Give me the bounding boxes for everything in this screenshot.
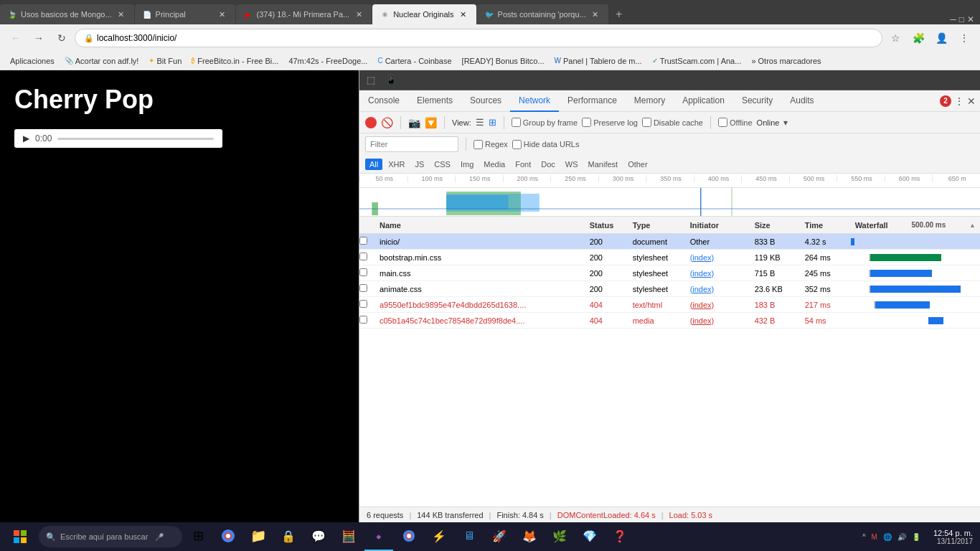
- address-bar[interactable]: 🔒 localhost:3000/inicio/: [75, 29, 882, 47]
- sort-icon[interactable]: ▲: [969, 222, 976, 229]
- tab-network[interactable]: Network: [510, 90, 559, 112]
- tab-5-close[interactable]: ✕: [590, 9, 601, 20]
- bookmark-5[interactable]: CCartera - Coinbase: [373, 55, 456, 67]
- table-row[interactable]: animate.css 200 stylesheet (index) 23.6 …: [359, 281, 980, 297]
- play-icon[interactable]: ▶: [23, 133, 29, 143]
- settings-button[interactable]: ⋮: [954, 28, 974, 48]
- list-view-icon[interactable]: ☰: [476, 117, 484, 128]
- address-input[interactable]: localhost:3000/inicio/: [97, 33, 873, 43]
- regex-label[interactable]: Regex: [473, 140, 508, 149]
- row-checkbox-4[interactable]: [359, 284, 367, 292]
- tab-2[interactable]: 📄 Principal ✕: [135, 4, 235, 24]
- row-check-6[interactable]: [359, 316, 375, 325]
- taskbar-app-game[interactable]: 💎: [575, 522, 604, 551]
- bookmark-3[interactable]: ₿FreeBitco.in - Free Bi...: [187, 55, 283, 67]
- clear-button[interactable]: 🚫: [381, 117, 393, 128]
- tab-application[interactable]: Application: [674, 90, 733, 112]
- taskbar-app-calc[interactable]: 🧮: [334, 522, 363, 551]
- row-check-4[interactable]: [359, 284, 375, 293]
- filter-doc[interactable]: Doc: [537, 159, 560, 170]
- taskbar-app-ftp[interactable]: 🚀: [485, 522, 514, 551]
- audio-progress-bar[interactable]: [57, 138, 214, 140]
- col-header-time[interactable]: Time: [801, 221, 851, 230]
- row-checkbox-1[interactable]: [359, 237, 367, 245]
- group-by-frame-label[interactable]: Group by frame: [512, 118, 578, 127]
- taskbar-app-explorer[interactable]: ⊞: [184, 522, 212, 551]
- timeline-area[interactable]: 50 ms 100 ms 150 ms 200 ms 250 ms 300 ms…: [359, 174, 980, 217]
- col-header-size[interactable]: Size: [750, 221, 801, 230]
- bookmark-button[interactable]: ☆: [885, 28, 905, 48]
- row-checkbox-3[interactable]: [359, 268, 367, 276]
- back-button[interactable]: ←: [6, 28, 26, 48]
- taskbar-app-firefox[interactable]: 🦊: [515, 522, 544, 551]
- filter-font[interactable]: Font: [511, 159, 535, 170]
- tab-memory[interactable]: Memory: [626, 90, 674, 112]
- tab-performance[interactable]: Performance: [559, 90, 626, 112]
- new-tab-button[interactable]: +: [609, 4, 629, 24]
- bookmark-apps[interactable]: Aplicaciones: [6, 55, 59, 67]
- tab-audits[interactable]: Audits: [781, 90, 822, 112]
- dom-content-loaded[interactable]: DOMContentLoaded: 4.64 s: [557, 511, 656, 519]
- tab-1[interactable]: 🍃 Usos basicos de Mongo... ✕: [0, 4, 134, 24]
- devtools-close-icon[interactable]: ✕: [967, 95, 976, 107]
- disable-cache-label[interactable]: Disable cache: [642, 118, 703, 127]
- forward-button[interactable]: →: [29, 28, 49, 48]
- preserve-log-label[interactable]: Preserve log: [582, 118, 638, 127]
- filter-xhr[interactable]: XHR: [384, 159, 409, 170]
- waterfall-view-icon[interactable]: ⊞: [489, 117, 496, 128]
- filter-img[interactable]: Img: [456, 159, 478, 170]
- row-checkbox-6[interactable]: [359, 316, 367, 324]
- tray-network[interactable]: 🌐: [882, 533, 893, 541]
- filter-manifest[interactable]: Manifest: [584, 159, 623, 170]
- tab-elements[interactable]: Elements: [408, 90, 461, 112]
- tab-4[interactable]: ⚛ Nuclear Originals ✕: [372, 4, 476, 24]
- hide-data-urls-checkbox[interactable]: [512, 140, 522, 149]
- tab-1-close[interactable]: ✕: [116, 9, 127, 20]
- bookmark-1[interactable]: 📎Acortar con adf.ly!: [60, 55, 143, 67]
- close-window-button[interactable]: ✕: [967, 14, 974, 24]
- offline-checkbox[interactable]: [718, 118, 727, 127]
- record-button[interactable]: [365, 117, 377, 128]
- devtools-more-icon[interactable]: ⋮: [954, 95, 964, 107]
- hide-data-urls-label[interactable]: Hide data URLs: [512, 140, 580, 149]
- device-icon[interactable]: 📱: [382, 73, 400, 87]
- regex-checkbox[interactable]: [473, 140, 483, 149]
- table-row[interactable]: c05b1a45c74c1bec78548e72d99f8de4.... 404…: [359, 313, 980, 329]
- filter-media[interactable]: Media: [479, 159, 509, 170]
- row-check-3[interactable]: [359, 268, 375, 278]
- table-row[interactable]: a9550ef1bdc9895e47e4dbdd265d1638.... 404…: [359, 297, 980, 313]
- tab-sources[interactable]: Sources: [461, 90, 510, 112]
- tab-security[interactable]: Security: [733, 90, 781, 112]
- row-checkbox-2[interactable]: [359, 253, 367, 260]
- bookmark-more[interactable]: »Otros marcadores: [747, 55, 825, 67]
- tray-volume[interactable]: 🔊: [896, 533, 908, 541]
- offline-label[interactable]: Offline: [718, 118, 753, 127]
- taskbar-clock[interactable]: 12:54 p. m. 13/11/2017: [929, 529, 977, 545]
- load-time[interactable]: Load: 5.03 s: [669, 511, 713, 519]
- account-button[interactable]: 👤: [931, 28, 951, 48]
- taskbar-app-lock[interactable]: 🔒: [274, 522, 303, 551]
- bookmark-7[interactable]: WPanel | Tablero de m...: [550, 55, 646, 67]
- filter-ws[interactable]: WS: [561, 159, 583, 170]
- tab-2-close[interactable]: ✕: [217, 9, 228, 20]
- bookmark-6[interactable]: [READY] Bonus Bitco...: [458, 55, 549, 67]
- throttle-dropdown[interactable]: ▾: [783, 118, 788, 128]
- filter-js[interactable]: JS: [410, 159, 428, 170]
- disable-cache-checkbox[interactable]: [642, 118, 651, 127]
- tab-4-close[interactable]: ✕: [458, 9, 469, 20]
- taskbar-search[interactable]: 🔍 Escribe aquí para buscar 🎤: [39, 526, 182, 547]
- col-header-status[interactable]: Status: [585, 221, 628, 230]
- tab-5[interactable]: 🐦 Posts containing 'porqu... ✕: [477, 4, 608, 24]
- taskbar-app-chrome[interactable]: [395, 522, 423, 551]
- refresh-button[interactable]: ↻: [52, 28, 72, 48]
- row-initiator-4[interactable]: (index): [686, 285, 750, 293]
- filter-all[interactable]: All: [365, 159, 382, 170]
- camera-button[interactable]: 📷: [408, 117, 420, 128]
- taskbar-app-chat[interactable]: 💬: [304, 522, 333, 551]
- row-check-2[interactable]: [359, 253, 375, 262]
- tray-battery[interactable]: 🔋: [910, 533, 922, 541]
- taskbar-app-thunder[interactable]: ⚡: [425, 522, 453, 551]
- col-header-name[interactable]: Name: [375, 221, 585, 230]
- table-row[interactable]: inicio/ 200 document Other 833 B 4.32 s: [359, 234, 980, 250]
- start-button[interactable]: [3, 522, 37, 551]
